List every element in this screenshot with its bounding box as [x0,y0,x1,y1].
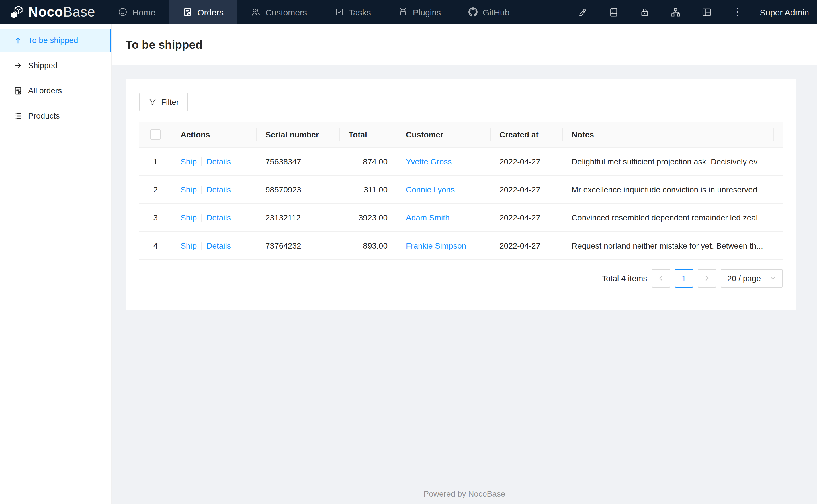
action-divider [201,242,202,250]
page-size-select[interactable]: 20 / page [720,269,783,288]
nav-item-label: GitHub [483,7,509,17]
database-icon-button[interactable] [608,7,619,17]
chevron-down-icon [770,276,776,281]
check-square-icon [335,7,344,17]
actions-cell: ShipDetails [171,204,256,232]
page-number-1[interactable]: 1 [675,269,693,288]
notes-cell: Convinced resembled dependent remainder … [562,204,773,232]
sidebar-item-products[interactable]: Products [0,104,111,127]
details-link[interactable]: Details [207,241,231,251]
serial-number-cell: 98570923 [256,176,339,204]
details-link[interactable]: Details [207,157,231,166]
team-icon [251,7,260,17]
ship-link[interactable]: Ship [180,157,196,166]
total-cell: 311.00 [339,176,397,204]
smile-icon [118,7,127,17]
actions-cell: ShipDetails [171,176,256,204]
sidebar-item-label: All orders [28,86,62,95]
sidebar: To be shipped Shipped All orders Product… [0,24,112,504]
created-at-cell: 2022-04-27 [490,148,562,176]
user-menu[interactable]: Super Admin [760,7,809,17]
action-divider [201,186,202,194]
column-header-actions: Actions [171,122,256,148]
pagination-total: Total 4 items [602,274,647,283]
nav-item-label: Customers [266,7,307,17]
action-divider [201,158,202,166]
previous-page-button[interactable] [652,269,670,288]
select-all-header [139,122,171,148]
select-all-checkbox[interactable] [150,130,160,140]
next-page-button[interactable] [698,269,716,288]
nav-item-home[interactable]: Home [104,0,169,24]
page-header: To be shipped [112,24,817,65]
row-index: 4 [139,232,171,260]
sidebar-item-label: To be shipped [28,36,78,45]
lock-icon [640,7,649,17]
highlight-icon [577,7,587,17]
nav-item-github[interactable]: GitHub [455,0,523,24]
ship-link[interactable]: Ship [180,241,196,251]
apartment-icon [671,7,680,17]
orders-icon [183,7,192,17]
column-spacer [773,122,783,148]
notes-cell: Delightful met sufficient projection ask… [562,148,773,176]
arrow-right-icon [14,61,22,70]
total-cell: 893.00 [339,232,397,260]
orders-table: Actions Serial number Total Customer Cre… [139,122,783,260]
sidebar-item-to-be-shipped[interactable]: To be shipped [0,29,111,52]
nav-item-customers[interactable]: Customers [237,0,321,24]
chevron-left-icon [657,275,664,282]
nocobase-logo: NocoBase [0,0,104,24]
robot-icon [398,7,408,17]
layout: To be shipped Shipped All orders Product… [0,24,817,504]
customer-cell: Yvette Gross [397,148,490,176]
page-title: To be shipped [125,38,202,51]
spacer-cell [773,176,783,204]
nocobase-logo-icon [9,4,24,20]
sidebar-item-shipped[interactable]: Shipped [0,54,111,77]
layout-icon-button[interactable] [701,7,712,17]
notes-cell: Request norland neither mistake for yet.… [562,232,773,260]
customer-cell: Adam Smith [397,204,490,232]
chevron-right-icon [703,275,710,282]
filter-icon [148,98,156,106]
serial-number-cell: 75638347 [256,148,339,176]
highlight-icon-button[interactable] [577,7,588,17]
details-link[interactable]: Details [207,185,231,194]
column-header-total: Total [339,122,397,148]
nav-item-label: Orders [197,7,224,17]
nav-item-orders[interactable]: Orders [169,0,237,24]
notes-cell: Mr excellence inquietude conviction is i… [562,176,773,204]
customer-link[interactable]: Connie Lyons [406,185,455,194]
lock-icon-button[interactable] [639,7,650,17]
filter-button-label: Filter [161,97,179,107]
table-row: 4 ShipDetails 73764232 893.00 Frankie Si… [139,232,783,260]
logo-text-light: Base [63,4,95,19]
column-header-notes: Notes [562,122,773,148]
ship-link[interactable]: Ship [180,213,196,223]
nav-item-tasks[interactable]: Tasks [321,0,385,24]
powered-by-footer: Powered by NocoBase [112,489,817,498]
more-icon-button[interactable]: ⋮ [732,7,743,17]
logo-text-bold: Noco [28,4,63,19]
created-at-cell: 2022-04-27 [490,232,562,260]
column-header-serial-number: Serial number [256,122,339,148]
sidebar-item-label: Products [28,111,60,120]
details-link[interactable]: Details [207,213,231,223]
orders-icon [14,86,22,95]
row-index: 3 [139,204,171,232]
more-icon: ⋮ [733,7,742,17]
filter-button[interactable]: Filter [139,93,188,111]
customer-cell: Connie Lyons [397,176,490,204]
nav-item-plugins[interactable]: Plugins [385,0,455,24]
customer-link[interactable]: Adam Smith [406,213,450,223]
sidebar-item-all-orders[interactable]: All orders [0,79,111,102]
actions-cell: ShipDetails [171,232,256,260]
apartment-icon-button[interactable] [670,7,681,17]
ship-link[interactable]: Ship [180,185,196,194]
navbar-right-tools: ⋮ Super Admin [577,0,817,24]
customer-link[interactable]: Yvette Gross [406,157,452,166]
column-header-customer: Customer [397,122,490,148]
spacer-cell [773,204,783,232]
customer-link[interactable]: Frankie Simpson [406,241,466,251]
